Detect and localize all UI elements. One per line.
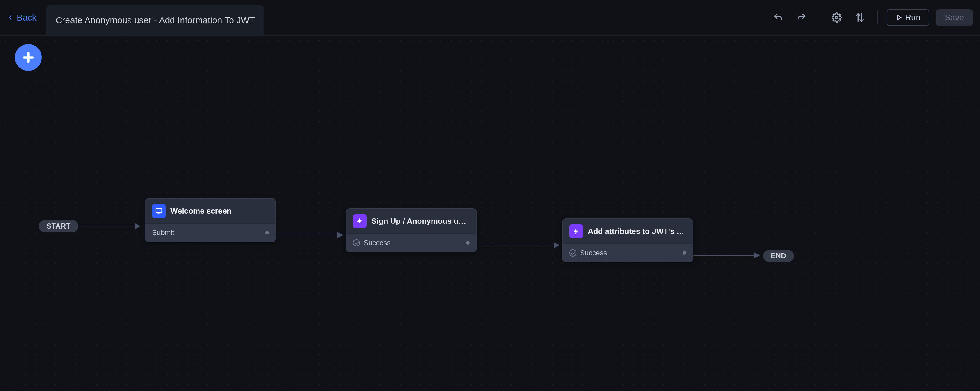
svg-point-0 [835,16,838,19]
node-output-submit[interactable]: Submit [145,223,275,242]
run-label: Run [905,13,920,22]
back-button[interactable]: Back [7,13,37,23]
node-output-success[interactable]: Success [346,233,476,252]
start-pill[interactable]: START [39,220,78,232]
node-output-success[interactable]: Success [563,244,693,262]
arrows-up-down-icon [855,13,865,23]
node-row-label: Success [364,239,391,247]
end-pill[interactable]: END [763,250,794,262]
back-label: Back [17,13,37,23]
flow-title-tab[interactable]: Create Anonymous user - Add Information … [46,5,264,35]
sort-button[interactable] [851,9,868,26]
flow-title: Create Anonymous user - Add Information … [56,15,255,25]
end-label: END [771,252,786,260]
toolbar-divider [877,11,878,24]
flow-canvas[interactable]: START END Welcome screen Submit Sign Up … [0,36,980,391]
save-label: Save [945,13,964,22]
node-title: Sign Up / Anonymous user [371,217,470,226]
redo-button[interactable] [793,9,810,26]
check-circle-icon [353,239,360,246]
node-add-attributes-jwt[interactable]: Add attributes to JWT's custom ... Succe… [562,218,693,263]
node-signup-anonymous[interactable]: Sign Up / Anonymous user Success [346,208,477,252]
check-circle-icon [569,249,576,256]
node-row-label: Success [580,249,607,257]
node-row-label: Submit [152,228,174,237]
gear-icon [832,13,842,23]
add-node-button[interactable] [15,44,42,71]
output-port[interactable] [265,231,269,234]
lightning-icon [353,214,367,228]
output-port[interactable] [682,251,686,255]
settings-button[interactable] [828,9,845,26]
save-button[interactable]: Save [936,9,973,26]
undo-button[interactable] [770,9,787,26]
run-button[interactable]: Run [887,9,929,26]
toolbar-divider [819,11,819,24]
plus-icon [22,51,35,64]
output-port[interactable] [466,241,470,245]
redo-icon [796,13,807,23]
arrow-left-icon [7,14,14,21]
undo-icon [773,13,783,23]
lightning-icon [569,224,583,238]
node-title: Welcome screen [170,206,269,216]
play-icon [896,14,902,21]
node-welcome-screen[interactable]: Welcome screen Submit [145,198,276,242]
start-label: START [46,222,71,230]
screen-icon [152,204,166,218]
node-title: Add attributes to JWT's custom ... [588,227,686,236]
svg-rect-2 [156,208,162,212]
